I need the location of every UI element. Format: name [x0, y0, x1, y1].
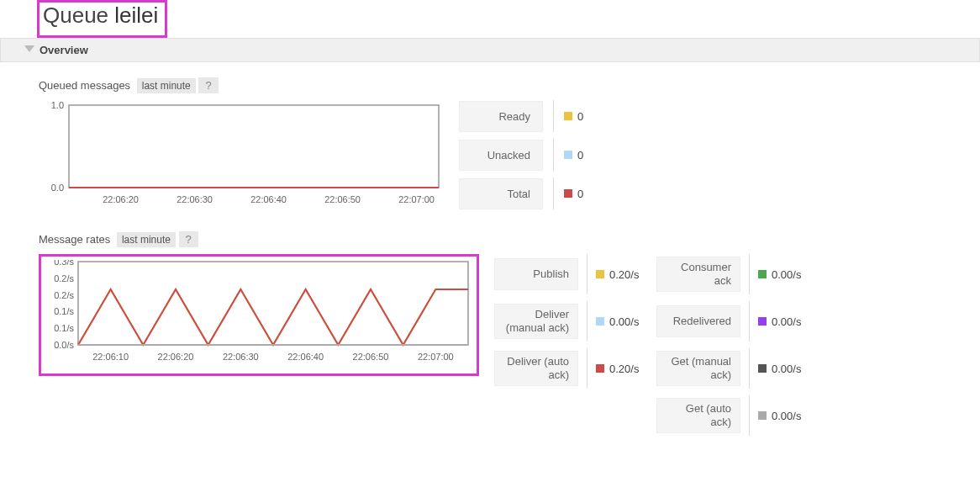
svg-text:0.1/s: 0.1/s: [54, 323, 74, 333]
legend-swatch: [758, 411, 767, 420]
legend-swatch: [596, 364, 604, 373]
svg-text:22:06:50: 22:06:50: [353, 352, 389, 362]
legend-label: Total: [459, 178, 543, 209]
page-title-highlight: Queue leilei: [37, 0, 167, 38]
legend-label: Unacked: [459, 140, 543, 171]
rates-help-button[interactable]: ?: [179, 231, 198, 247]
queued-help-button[interactable]: ?: [198, 77, 218, 93]
overview-section-header[interactable]: Overview: [0, 38, 980, 62]
rate-legend-label: Get (manual ack): [656, 351, 740, 385]
rates-legend-left: Publish0.20/sDeliver (manual ack)0.00/sD…: [494, 254, 656, 442]
legend-label: Ready: [459, 101, 543, 132]
svg-text:0.0: 0.0: [51, 183, 64, 193]
legend-separator: [553, 177, 554, 209]
legend-value: 0: [577, 188, 583, 200]
legend-separator: [587, 301, 587, 342]
svg-text:0.3/s: 0.3/s: [54, 260, 74, 267]
svg-text:22:06:10: 22:06:10: [92, 352, 129, 362]
legend-row: Unacked0: [459, 139, 583, 171]
legend-swatch: [596, 317, 604, 326]
legend-swatch: [758, 364, 767, 373]
legend-swatch: [758, 270, 767, 278]
rate-legend-row: Consumer ack0.00/s: [656, 254, 819, 294]
svg-text:22:06:50: 22:06:50: [324, 194, 361, 204]
rate-legend-row: Get (manual ack)0.00/s: [656, 348, 819, 389]
queued-chart: 0.01.022:06:2022:06:3022:06:4022:06:5022…: [39, 100, 442, 223]
legend-separator: [587, 254, 587, 294]
queued-legend: Ready0Unacked0Total0: [442, 100, 583, 216]
rates-chart-svg: 0.0/s0.1/s0.1/s0.2/s0.2/s0.3/s22:06:1022…: [43, 260, 472, 365]
legend-separator: [749, 301, 750, 342]
svg-text:1.0: 1.0: [51, 100, 64, 110]
legend-swatch: [564, 151, 572, 159]
legend-separator: [749, 348, 750, 389]
rate-legend-label: Consumer ack: [656, 257, 740, 291]
rate-legend-value: 0.00/s: [772, 268, 819, 281]
queued-range-button[interactable]: last minute: [137, 78, 196, 93]
queued-chart-svg: 0.01.022:06:2022:06:3022:06:4022:06:5022…: [39, 100, 442, 209]
title-prefix: Queue: [43, 3, 114, 28]
svg-text:0.2/s: 0.2/s: [54, 273, 74, 283]
svg-text:22:06:30: 22:06:30: [223, 352, 259, 362]
legend-swatch: [564, 189, 572, 198]
legend-separator: [553, 100, 554, 132]
legend-swatch: [564, 112, 572, 120]
svg-text:22:06:40: 22:06:40: [250, 194, 287, 204]
rates-legend: Publish0.20/sDeliver (manual ack)0.00/sD…: [479, 254, 819, 442]
rate-legend-label: Redelivered: [656, 305, 740, 337]
queued-heading: Queued messages last minute ?: [39, 77, 980, 93]
svg-text:0.0/s: 0.0/s: [54, 340, 74, 350]
rate-legend-label: Get (auto ack): [656, 398, 740, 432]
svg-text:22:06:20: 22:06:20: [103, 194, 139, 204]
svg-text:0.2/s: 0.2/s: [54, 290, 74, 300]
rates-range-button[interactable]: last minute: [117, 232, 176, 247]
rate-legend-row: Deliver (manual ack)0.00/s: [494, 301, 656, 342]
svg-rect-0: [69, 105, 439, 188]
svg-text:22:06:30: 22:06:30: [177, 194, 213, 204]
rate-legend-value: 0.00/s: [772, 410, 819, 422]
rate-legend-row: Redelivered0.00/s: [656, 301, 819, 342]
rate-legend-label: Deliver (auto ack): [494, 351, 578, 385]
legend-row: Total0: [459, 177, 583, 209]
svg-text:22:07:00: 22:07:00: [398, 194, 435, 204]
legend-separator: [749, 254, 750, 294]
rate-legend-row: Publish0.20/s: [494, 254, 656, 294]
legend-row: Ready0: [459, 100, 583, 132]
rate-legend-value: 0.00/s: [609, 315, 656, 328]
legend-separator: [587, 348, 587, 389]
chevron-down-icon: [24, 45, 34, 52]
rates-legend-right: Consumer ack0.00/sRedelivered0.00/sGet (…: [656, 254, 819, 442]
rates-chart-highlight: 0.0/s0.1/s0.1/s0.2/s0.2/s0.3/s22:06:1022…: [39, 254, 479, 376]
svg-text:22:07:00: 22:07:00: [418, 352, 454, 362]
legend-swatch: [758, 317, 767, 326]
page-title: Queue leilei: [43, 3, 158, 29]
rate-legend-row: Deliver (auto ack)0.20/s: [494, 348, 656, 389]
rates-heading: Message rates last minute ?: [39, 231, 980, 247]
queued-heading-text: Queued messages: [39, 79, 130, 92]
overview-title: Overview: [40, 44, 88, 56]
svg-text:0.1/s: 0.1/s: [54, 306, 74, 316]
rate-legend-row: Get (auto ack)0.00/s: [656, 395, 819, 436]
rates-heading-text: Message rates: [39, 233, 110, 246]
rate-legend-label: Publish: [494, 258, 578, 290]
legend-separator: [553, 139, 554, 171]
legend-value: 0: [577, 149, 583, 162]
legend-separator: [749, 395, 750, 436]
title-name: leilei: [114, 3, 158, 28]
svg-text:22:06:40: 22:06:40: [287, 352, 324, 362]
rate-legend-value: 0.00/s: [772, 315, 819, 328]
rate-legend-value: 0.20/s: [609, 363, 656, 375]
rate-legend-value: 0.20/s: [609, 268, 656, 281]
legend-value: 0: [577, 110, 583, 123]
svg-text:22:06:20: 22:06:20: [158, 352, 194, 362]
rate-legend-value: 0.00/s: [772, 363, 819, 375]
legend-swatch: [596, 270, 604, 278]
rate-legend-label: Deliver (manual ack): [494, 304, 578, 338]
